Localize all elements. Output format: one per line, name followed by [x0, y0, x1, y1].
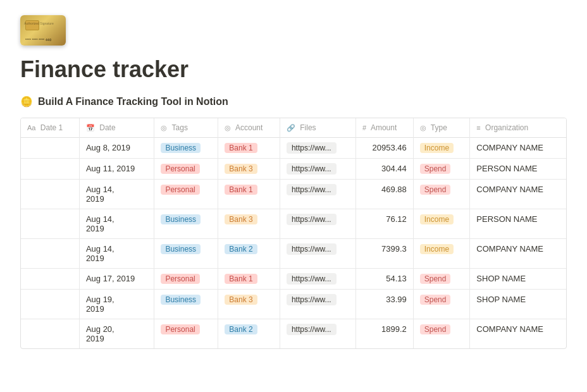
col-icon-tags: ◎: [161, 124, 167, 132]
cell-amount: 469.88: [356, 180, 414, 209]
table-body: Aug 8, 2019BusinessBank 1https://ww...20…: [21, 138, 566, 349]
cell-type: Income: [413, 239, 470, 269]
table-row: Aug 8, 2019BusinessBank 1https://ww...20…: [21, 138, 566, 159]
file-link[interactable]: https://ww...: [287, 243, 337, 255]
cell-date1: [21, 159, 79, 180]
tag-badge: Personal: [161, 274, 199, 284]
cell-organization: COMPANY NAME: [470, 319, 566, 349]
type-badge: Spend: [420, 274, 451, 284]
tag-badge: Personal: [161, 324, 199, 334]
cell-files[interactable]: https://ww...: [280, 319, 355, 349]
col-icon-amount: #: [362, 124, 366, 132]
file-link[interactable]: https://ww...: [287, 273, 337, 285]
type-badge: Spend: [420, 324, 451, 334]
cell-tag: Personal: [154, 180, 218, 209]
tag-badge: Business: [161, 214, 201, 224]
col-icon-date: 📅: [86, 124, 95, 132]
cell-account: Bank 1: [218, 269, 280, 290]
col-header-date1: Aa Date 1: [21, 118, 79, 138]
account-badge: Bank 2: [225, 244, 257, 254]
cell-organization: COMPANY NAME: [470, 239, 566, 269]
cell-date: Aug 14, 2019: [79, 239, 154, 269]
cell-type: Spend: [413, 269, 470, 290]
tag-badge: Business: [161, 143, 201, 153]
cell-files[interactable]: https://ww...: [280, 269, 355, 290]
cell-amount: 76.12: [356, 209, 414, 239]
cell-date: Aug 8, 2019: [79, 138, 154, 159]
page-title: Finance tracker: [20, 56, 567, 83]
cell-files[interactable]: https://ww...: [280, 180, 355, 209]
cell-tag: Personal: [154, 159, 218, 180]
cell-tag: Business: [154, 290, 218, 319]
cell-type: Spend: [413, 159, 470, 180]
cell-tag: Personal: [154, 269, 218, 290]
cell-date1: [21, 209, 79, 239]
type-badge: Income: [420, 214, 454, 224]
type-badge: Income: [420, 244, 454, 254]
cell-date: Aug 17, 2019: [79, 269, 154, 290]
file-link[interactable]: https://ww...: [287, 163, 337, 175]
type-badge: Spend: [420, 164, 451, 174]
col-icon-date1: Aa: [27, 124, 35, 132]
cell-account: Bank 3: [218, 209, 280, 239]
col-header-files: 🔗 Files: [280, 118, 355, 138]
cell-date1: [21, 290, 79, 319]
table-row: Aug 14, 2019BusinessBank 2https://ww...7…: [21, 239, 566, 269]
account-badge: Bank 3: [225, 295, 257, 305]
cell-account: Bank 3: [218, 159, 280, 180]
cell-type: Spend: [413, 180, 470, 209]
account-badge: Bank 3: [225, 164, 257, 174]
tag-badge: Business: [161, 244, 201, 254]
col-icon-type: ◎: [420, 124, 426, 132]
table-row: Aug 17, 2019PersonalBank 1https://ww...5…: [21, 269, 566, 290]
cell-tag: Personal: [154, 319, 218, 349]
col-header-organization: ≡ Organization: [470, 118, 566, 138]
cell-date: Aug 11, 2019: [79, 159, 154, 180]
table-row: Aug 11, 2019PersonalBank 3https://ww...3…: [21, 159, 566, 180]
file-link[interactable]: https://ww...: [287, 184, 337, 195]
table-row: Aug 19, 2019BusinessBank 3https://ww...3…: [21, 290, 566, 319]
cell-tag: Business: [154, 209, 218, 239]
file-link[interactable]: https://ww...: [287, 324, 337, 335]
cell-date1: [21, 138, 79, 159]
cell-amount: 54.13: [356, 269, 414, 290]
cell-files[interactable]: https://ww...: [280, 209, 355, 239]
account-badge: Bank 1: [225, 185, 257, 195]
cell-account: Bank 1: [218, 138, 280, 159]
cell-files[interactable]: https://ww...: [280, 239, 355, 269]
page-container: Authorized Signature **** **** **** 440 …: [0, 0, 587, 369]
file-link[interactable]: https://ww...: [287, 142, 337, 154]
cell-account: Bank 3: [218, 290, 280, 319]
cell-files[interactable]: https://ww...: [280, 159, 355, 180]
cell-tag: Business: [154, 239, 218, 269]
cell-tag: Business: [154, 138, 218, 159]
cell-date: Aug 14, 2019: [79, 209, 154, 239]
cell-type: Income: [413, 209, 470, 239]
cell-amount: 33.99: [356, 290, 414, 319]
cell-date1: [21, 319, 79, 349]
file-link[interactable]: https://ww...: [287, 294, 337, 305]
col-header-type: ◎ Type: [413, 118, 470, 138]
cell-files[interactable]: https://ww...: [280, 290, 355, 319]
account-badge: Bank 1: [225, 274, 257, 284]
cell-account: Bank 2: [218, 319, 280, 349]
section-header-label: Build A Finance Tracking Tool in Notion: [38, 96, 228, 107]
cell-amount: 1899.2: [356, 319, 414, 349]
cell-date: Aug 14, 2019: [79, 180, 154, 209]
section-header: 🪙 Build A Finance Tracking Tool in Notio…: [20, 95, 567, 107]
cell-organization: COMPANY NAME: [470, 180, 566, 209]
section-header-icon: 🪙: [20, 95, 33, 107]
cell-files[interactable]: https://ww...: [280, 138, 355, 159]
account-badge: Bank 2: [225, 324, 257, 334]
cell-organization: SHOP NAME: [470, 269, 566, 290]
account-badge: Bank 3: [225, 214, 257, 224]
cell-type: Income: [413, 138, 470, 159]
finance-table: Aa Date 1 📅 Date ◎ Tags ◎ Account: [20, 118, 567, 349]
file-link[interactable]: https://ww...: [287, 214, 337, 225]
card-number-text: **** **** **** 440: [25, 38, 51, 42]
data-table: Aa Date 1 📅 Date ◎ Tags ◎ Account: [21, 118, 566, 348]
cell-organization: COMPANY NAME: [470, 138, 566, 159]
cell-amount: 304.44: [356, 159, 414, 180]
cell-date: Aug 19, 2019: [79, 290, 154, 319]
header-row: Aa Date 1 📅 Date ◎ Tags ◎ Account: [21, 118, 566, 138]
